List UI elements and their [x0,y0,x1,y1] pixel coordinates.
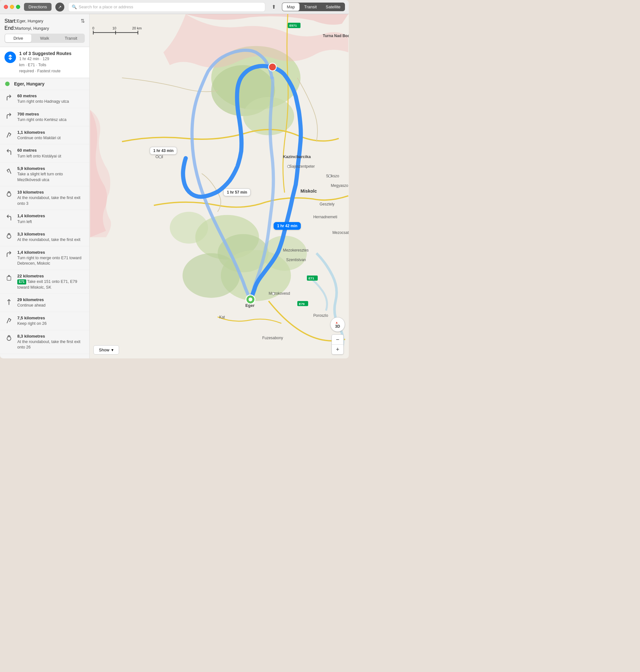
step-icon-roundabout [4,334,13,343]
svg-text:Turna Nad Bodvou: Turna Nad Bodvou [323,33,349,38]
svg-point-19 [287,165,290,168]
svg-point-35 [272,292,275,295]
navigation-icon[interactable]: ↗ [55,3,64,12]
tab-transit[interactable]: Transit [58,34,84,42]
svg-point-3 [7,337,11,340]
step-item: 29 kilometres Continue ahead [0,294,89,312]
step-instruction: Turn right to merge onto E71 toward Debr… [17,255,85,266]
step-icon-turn-right [4,112,13,121]
step-icon-arrow-up [4,297,13,307]
svg-point-1 [7,235,11,238]
time-bubble-1hr42[interactable]: 1 hr 42 min [274,222,301,230]
route-header: Start: Eger, Hungary ⇅ End: Martonyi, Hu… [0,14,89,47]
origin-step: Eger, Hungary [0,78,89,90]
step-icon-roundabout [4,232,13,241]
3d-label: 3D [335,324,340,328]
step-icon-slight-left [4,166,13,175]
compass-north: ▲ [335,321,340,324]
swap-button[interactable]: ⇅ [81,18,85,24]
svg-text:Sajoszentpeter: Sajoszentpeter [289,164,315,169]
step-item: 1,4 kilometres Turn left [0,210,89,228]
step-distance: 1,4 kilometres [17,250,85,255]
tab-walk[interactable]: Walk [31,34,58,42]
step-icon-turn-right [4,94,13,103]
route-title: 1 of 3 Suggested Routes [19,51,71,56]
svg-text:Kazincbarcika: Kazincbarcika [283,154,311,159]
mode-tabs: Drive Walk Transit [4,33,85,43]
share-button[interactable]: ⬆ [269,3,278,12]
step-instruction: At the roundabout, take the first exit o… [17,339,85,350]
step-instruction: At the roundabout, take the first exit [17,237,80,243]
step-distance: 22 kilometres [17,273,85,279]
svg-text:Eger: Eger [245,303,255,308]
svg-point-11 [183,253,240,297]
zoom-controls: − + [332,334,344,354]
map-bottom-right: ▲ 3D − + [330,317,345,354]
show-chevron: ▾ [111,348,114,352]
search-bar[interactable]: 🔍 Search for a place or address [68,2,265,12]
svg-text:Mezokovesd: Mezokovesd [268,291,290,296]
step-instruction: Turn right onto Kertész utca [17,117,67,123]
svg-text:Mezokeresztes: Mezokeresztes [283,248,308,252]
svg-text:Mezocsat: Mezocsat [333,230,349,235]
end-value: Martonyi, Hungary [15,26,49,31]
titlebar: Directions ↗ 🔍 Search for a place or add… [0,0,349,14]
step-instruction: E71Take exit 151 onto E71, E79 toward Mi… [17,279,85,290]
svg-point-24 [159,156,162,158]
step-instruction: Turn right onto Hadnagy utca [17,99,69,105]
svg-point-26 [329,175,331,177]
search-placeholder: Search for a place or address [79,4,133,9]
close-traffic-light[interactable] [4,5,8,9]
step-distance: 5,9 kilometres [17,166,85,172]
maximize-traffic-light[interactable] [16,5,20,9]
svg-text:0: 0 [92,26,94,30]
step-distance: 1,4 kilometres [17,213,45,219]
minimize-traffic-light[interactable] [10,5,14,9]
step-icon-turn-right [4,358,13,359]
svg-text:Megyaszo: Megyaszo [331,184,348,188]
step-icon-turn-left [4,148,13,157]
map-type-satellite[interactable]: Satellite [321,3,345,11]
directions-button[interactable]: Directions [24,3,52,11]
start-label: Start: [4,18,17,24]
step-item: 10 kilometres At the roundabout, take th… [0,186,89,210]
step-item: 8,3 kilometres At the roundabout, take t… [0,330,89,354]
svg-point-16 [268,63,276,71]
time-bubble-1hr57[interactable]: 1 hr 57 min [223,189,250,196]
route-details: 1 hr 42 min · 129km · E71 · Tollsrequire… [19,56,71,74]
step-instruction: At the roundabout, take the first exit o… [17,195,85,206]
route-info: 1 of 3 Suggested Routes 1 hr 42 min · 12… [19,51,71,74]
traffic-lights [4,5,20,9]
time-bubble-1hr43[interactable]: 1 hr 43 min [150,147,177,155]
3d-button[interactable]: ▲ 3D [330,317,345,332]
start-value: Eger, Hungary [17,18,43,23]
origin-label: Eger, Hungary [14,81,44,86]
zoom-out-button[interactable]: − [332,335,343,344]
step-distance: 8,3 kilometres [17,333,85,339]
step-distance: 1,1 kilometres [17,130,61,135]
sidebar: Start: Eger, Hungary ⇅ End: Martonyi, Hu… [0,14,90,359]
map-type-group: Map Transit Satellite [282,3,345,11]
svg-point-15 [249,297,252,302]
map-area: Kazincbarcika Sajoszentpeter Miskolc Ege… [90,14,349,359]
step-icon-turn-left [4,214,13,223]
svg-text:Fuzesabony: Fuzesabony [262,336,283,340]
step-item: 3,3 kilometres At the roundabout, take t… [0,228,89,246]
map-type-map[interactable]: Map [282,3,299,11]
step-distance: 29 kilometres [17,297,45,303]
step-icon-roundabout [4,190,13,199]
zoom-in-button[interactable]: + [332,345,343,354]
step-icon-turn-right [4,250,13,259]
step-item: 5,9 kilometres Take a slight left turn o… [0,163,89,186]
search-icon: 🔍 [72,4,77,9]
show-button[interactable]: Show ▾ [93,345,119,354]
tab-drive[interactable]: Drive [5,34,31,42]
step-distance: 10 kilometres [17,189,85,195]
map-type-transit[interactable]: Transit [300,3,321,11]
step-icon-slight-right [4,316,13,325]
step-distance: 3,3 kilometres [17,231,80,237]
start-row: Start: Eger, Hungary ⇅ [4,18,85,24]
steps-list: 60 metres Turn right onto Hadnagy utca 7… [0,90,89,359]
svg-text:E71: E71 [308,277,314,280]
svg-text:Kat: Kat [219,315,225,319]
